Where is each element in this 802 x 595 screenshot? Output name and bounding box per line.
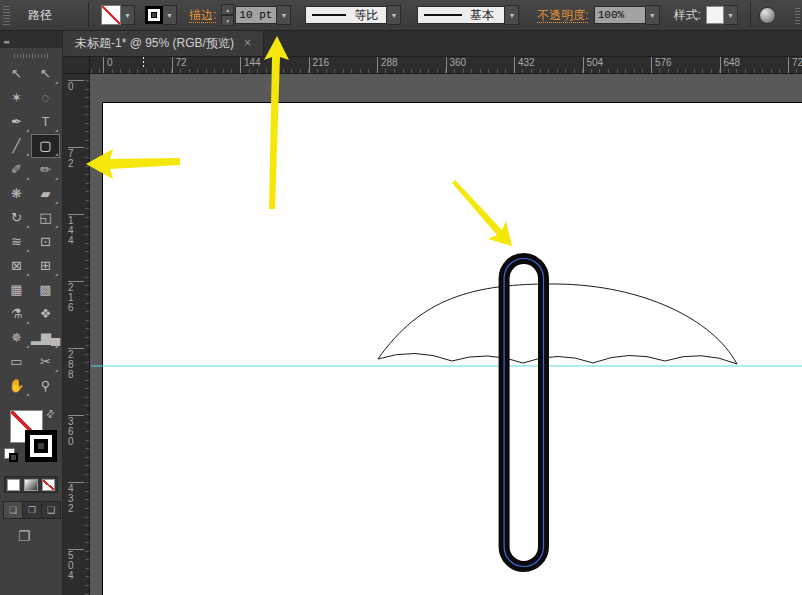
tool-hand-tool[interactable]: ✋ bbox=[2, 374, 31, 398]
screen-mode-icon[interactable]: ❐ bbox=[18, 528, 31, 544]
swap-fill-stroke-icon[interactable]: ⇄ bbox=[43, 407, 57, 421]
stroke-weight-dropdown[interactable]: ▼ bbox=[277, 5, 291, 25]
brush-definition-select[interactable]: 基本 bbox=[417, 6, 505, 24]
brush-definition-dropdown[interactable]: ▼ bbox=[505, 5, 519, 25]
separator bbox=[750, 2, 751, 28]
collapse-panel-icon[interactable]: ◂◂ bbox=[3, 38, 8, 46]
mesh-tool-icon: ▦ bbox=[10, 282, 22, 297]
panel-grip[interactable] bbox=[795, 6, 800, 24]
panel-grip[interactable] bbox=[14, 54, 48, 58]
tool-perspective-grid-tool[interactable]: ⊞ bbox=[31, 254, 60, 278]
pen-tool-icon: ✒ bbox=[11, 114, 22, 129]
tool-selection-tool[interactable]: ↖ bbox=[2, 62, 31, 86]
flyout-indicator bbox=[26, 177, 29, 180]
close-tab-icon[interactable]: × bbox=[244, 36, 251, 50]
default-fill-stroke-icon[interactable] bbox=[4, 448, 20, 464]
tool-slice-tool[interactable]: ✂ bbox=[31, 350, 60, 374]
ruler-label: 288 bbox=[377, 57, 398, 73]
tab-bar: 未标题-1* @ 95% (RGB/预览) × bbox=[0, 30, 802, 57]
draw-normal-button[interactable]: ❏ bbox=[4, 502, 23, 518]
stroke-weight-stepper[interactable]: ▲ ▼ bbox=[221, 4, 234, 26]
tool-rounded-rectangle-tool[interactable]: ▢ bbox=[31, 134, 60, 158]
horizontal-ruler[interactable]: 07214421628836043250457664872 bbox=[62, 56, 802, 74]
color-button[interactable] bbox=[7, 479, 20, 491]
color-type-buttons bbox=[4, 476, 58, 493]
ruler-label: 0 bbox=[103, 57, 113, 73]
panel-grip[interactable] bbox=[3, 5, 10, 25]
style-dropdown[interactable]: ▼ bbox=[724, 5, 738, 25]
fill-color-dropdown[interactable]: ▼ bbox=[121, 5, 135, 25]
eyedropper-tool-icon: ⚗ bbox=[11, 306, 23, 321]
stepper-down-icon[interactable]: ▼ bbox=[221, 15, 234, 26]
context-label: 路径 bbox=[28, 7, 52, 24]
tool-width-tool[interactable]: ≋ bbox=[2, 230, 31, 254]
flyout-indicator bbox=[26, 153, 29, 156]
width-profile-select[interactable]: 等比 bbox=[305, 6, 387, 24]
magic-wand-tool-icon: ✶ bbox=[11, 90, 22, 105]
tool-artboard-tool[interactable]: ▭ bbox=[2, 350, 31, 374]
scale-tool-icon: ◱ bbox=[39, 210, 51, 225]
tool-type-tool[interactable]: T bbox=[31, 110, 60, 134]
tool-gradient-tool[interactable]: ▩ bbox=[31, 278, 60, 302]
stroke-weight-input[interactable]: 10 pt bbox=[235, 6, 277, 24]
tool-pencil-tool[interactable]: ✏ bbox=[31, 158, 60, 182]
flyout-indicator bbox=[26, 249, 29, 252]
tool-mesh-tool[interactable]: ▦ bbox=[2, 278, 31, 302]
ruler-label: 2 1 6 bbox=[68, 281, 84, 313]
ruler-label: 7 2 bbox=[68, 147, 84, 169]
ruler-label: 2 8 8 bbox=[68, 348, 84, 380]
tool-free-transform-tool[interactable]: ⊡ bbox=[31, 230, 60, 254]
rounded-rectangle-tool-icon: ▢ bbox=[39, 138, 51, 153]
tool-pen-tool[interactable]: ✒ bbox=[2, 110, 31, 134]
tool-zoom-tool[interactable]: ⚲ bbox=[31, 374, 60, 398]
vertical-ruler[interactable]: 07 21 4 42 1 62 8 83 6 04 3 25 0 4 bbox=[62, 74, 90, 595]
tool-direct-selection-tool[interactable]: ↖ bbox=[31, 62, 60, 86]
tool-blend-tool[interactable]: ❖ bbox=[31, 302, 60, 326]
ruler-label: 3 6 0 bbox=[68, 415, 84, 447]
tool-lasso-tool[interactable]: ◌ bbox=[31, 86, 60, 110]
artboard[interactable] bbox=[102, 102, 802, 595]
stroke-weight-label[interactable]: 描边: bbox=[189, 7, 216, 24]
tool-eraser-tool[interactable]: ▰ bbox=[31, 182, 60, 206]
opacity-dropdown[interactable]: ▼ bbox=[646, 5, 660, 25]
flyout-indicator bbox=[55, 201, 58, 204]
tool-scale-tool[interactable]: ◱ bbox=[31, 206, 60, 230]
artboard-tool-icon: ▭ bbox=[10, 354, 22, 369]
ruler-origin-marker bbox=[143, 56, 144, 67]
flyout-indicator bbox=[26, 225, 29, 228]
draw-behind-button[interactable]: ❐ bbox=[23, 502, 42, 518]
style-label: 样式: bbox=[674, 7, 701, 24]
blend-tool-icon: ❖ bbox=[40, 306, 52, 321]
recolor-artwork-icon[interactable] bbox=[759, 7, 776, 24]
fill-color-swatch[interactable] bbox=[101, 5, 121, 25]
style-swatch[interactable] bbox=[706, 6, 724, 24]
tool-column-graph-tool[interactable]: ▂▆▄ bbox=[31, 326, 60, 350]
stroke-color-dropdown[interactable]: ▼ bbox=[163, 5, 177, 25]
tool-blob-brush-tool[interactable]: ❋ bbox=[2, 182, 31, 206]
flyout-indicator bbox=[55, 81, 58, 84]
tool-symbol-sprayer-tool[interactable]: ✵ bbox=[2, 326, 31, 350]
tool-magic-wand-tool[interactable]: ✶ bbox=[2, 86, 31, 110]
tool-shape-builder-tool[interactable]: ⊠ bbox=[2, 254, 31, 278]
width-profile-dropdown[interactable]: ▼ bbox=[387, 5, 401, 25]
gradient-button[interactable] bbox=[24, 479, 37, 491]
draw-inside-button[interactable]: ❑ bbox=[42, 502, 60, 518]
width-tool-icon: ≋ bbox=[11, 234, 22, 249]
tool-paintbrush-tool[interactable]: ✐ bbox=[2, 158, 31, 182]
eraser-tool-icon: ▰ bbox=[41, 186, 51, 201]
opacity-input[interactable]: 100% bbox=[594, 6, 646, 24]
ruler-label: 648 bbox=[720, 57, 741, 73]
stepper-up-icon[interactable]: ▲ bbox=[221, 4, 234, 15]
separator bbox=[88, 2, 89, 28]
stroke-proxy-swatch[interactable] bbox=[25, 430, 57, 462]
zoom-tool-icon: ⚲ bbox=[41, 378, 51, 393]
tool-eyedropper-tool[interactable]: ⚗ bbox=[2, 302, 31, 326]
opacity-label[interactable]: 不透明度: bbox=[537, 7, 588, 24]
flyout-indicator bbox=[26, 393, 29, 396]
none-button[interactable] bbox=[42, 479, 55, 491]
tool-line-segment-tool[interactable]: ╱ bbox=[2, 134, 31, 158]
stroke-color-swatch[interactable] bbox=[145, 6, 163, 24]
document-tab[interactable]: 未标题-1* @ 95% (RGB/预览) × bbox=[62, 30, 264, 56]
tool-rotate-tool[interactable]: ↻ bbox=[2, 206, 31, 230]
lasso-tool-icon: ◌ bbox=[42, 90, 50, 105]
